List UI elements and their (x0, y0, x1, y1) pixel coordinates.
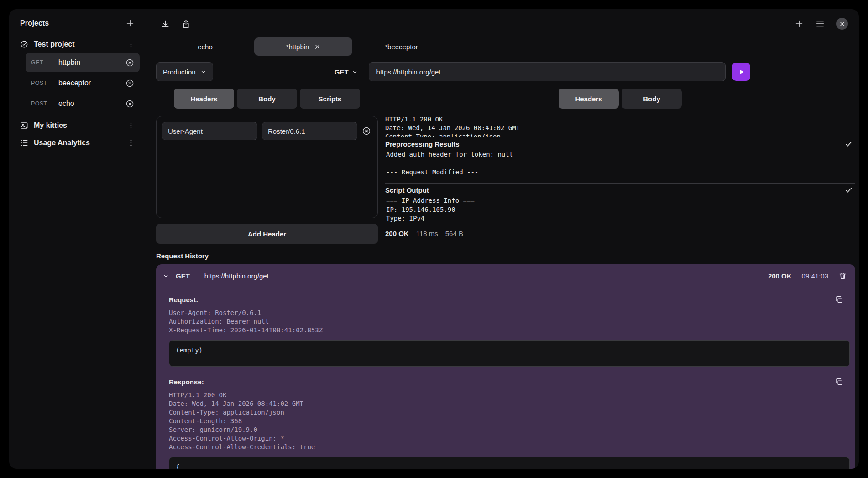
header-value-input[interactable] (262, 122, 357, 140)
window-close-button[interactable] (836, 18, 848, 30)
request-name: beeceptor (58, 79, 91, 87)
sidebar-group-usage-analytics[interactable]: Usage Analytics (16, 134, 140, 152)
project-check-icon (20, 40, 28, 48)
toolbar (146, 15, 855, 33)
hamburger-icon (815, 19, 825, 29)
sidebar-item-beeceptor[interactable]: POST beeceptor (26, 74, 140, 93)
close-request-button[interactable] (125, 58, 134, 67)
group-menu-button[interactable] (127, 40, 135, 48)
history-entry-body: Request: User-Agent: Roster/0.6.1 Author… (156, 287, 855, 469)
play-icon (738, 68, 745, 75)
export-button[interactable] (181, 19, 191, 29)
chevron-down-icon (352, 69, 358, 75)
close-icon (839, 21, 845, 27)
close-request-button[interactable] (125, 100, 134, 108)
close-request-button[interactable] (125, 79, 134, 88)
request-name: echo (58, 100, 74, 108)
preprocessing-header[interactable]: Preprocessing Results (385, 137, 855, 150)
list-icon (20, 139, 28, 147)
copy-icon (835, 295, 843, 304)
circle-x-icon (362, 126, 371, 136)
sidebar-item-httpbin[interactable]: GET httpbin (26, 53, 140, 72)
method-label: GET (335, 68, 349, 76)
tab-request-scripts[interactable]: Scripts (300, 89, 360, 109)
request-method-label: GET (31, 59, 54, 66)
status-code: 200 OK (385, 230, 409, 237)
history-method: GET (176, 272, 190, 280)
import-button[interactable] (161, 19, 170, 29)
sidebar-group-my-kitties[interactable]: My kitties (16, 117, 140, 134)
chevron-down-icon (200, 69, 206, 75)
response-panel: Headers Body HTTP/1.1 200 OK Date: Wed, … (385, 89, 855, 244)
history-time: 09:41:03 (802, 272, 828, 280)
group-menu-button[interactable] (127, 121, 135, 130)
history-entry: GET https://httpbin.org/get 200 OK 09:41… (156, 264, 855, 469)
method-dropdown[interactable]: GET (330, 62, 362, 81)
environment-dropdown[interactable]: Production (156, 62, 213, 81)
sidebar-group-test-project[interactable]: Test project (16, 36, 140, 53)
headers-editor (156, 116, 378, 218)
tab-httpbin[interactable]: *httpbin (254, 37, 352, 56)
kebab-icon (127, 40, 135, 48)
tab-response-headers[interactable]: Headers (559, 89, 619, 109)
new-tab-button[interactable] (794, 19, 804, 29)
script-output-section: Script Output === IP Address Info === IP… (385, 183, 855, 226)
tab-label: *httpbin (286, 43, 309, 51)
tab-echo[interactable]: echo (156, 37, 254, 56)
response-panel-tabs: Headers Body (385, 89, 855, 109)
sidebar-item-echo[interactable]: POST echo (26, 94, 140, 113)
url-input[interactable] (369, 62, 726, 81)
tab-response-body[interactable]: Body (622, 89, 682, 109)
request-label-row: Request: (169, 295, 850, 304)
kebab-icon (127, 121, 135, 130)
menu-button[interactable] (815, 19, 825, 29)
request-name: httpbin (58, 58, 80, 67)
history-response-headers: HTTP/1.1 200 OK Date: Wed, 14 Jan 2026 0… (169, 391, 850, 452)
header-row (162, 122, 372, 140)
share-icon (181, 19, 191, 29)
response-label-row: Response: (169, 378, 850, 386)
group-label: Usage Analytics (34, 139, 90, 147)
tab-request-headers[interactable]: Headers (174, 89, 234, 109)
history-request-headers: User-Agent: Roster/0.6.1 Authorization: … (169, 309, 850, 335)
status-time: 118 ms (416, 230, 438, 237)
response-label: Response: (169, 378, 204, 386)
add-project-button[interactable] (125, 18, 135, 28)
remove-header-button[interactable] (362, 126, 371, 136)
send-button[interactable] (732, 63, 750, 81)
response-headers-preview: HTTP/1.1 200 OK Date: Wed, 14 Jan 2026 0… (385, 115, 855, 137)
environment-label: Production (163, 68, 196, 76)
copy-request-button[interactable] (835, 295, 843, 304)
group-menu-button[interactable] (127, 139, 135, 147)
history-url: https://httpbin.org/get (204, 272, 269, 280)
request-list: GET httpbin POST beeceptor POST (16, 53, 140, 113)
preprocessing-section: Preprocessing Results Added auth header … (385, 137, 855, 183)
request-history: Request History GET https://httpbin.org/… (156, 252, 855, 469)
tab-label: *beeceptor (385, 43, 418, 51)
header-key-input[interactable] (162, 122, 257, 140)
sidebar: Projects Test project GET httpbin (9, 9, 146, 469)
close-icon (314, 44, 320, 50)
app-window: Projects Test project GET httpbin (9, 9, 859, 469)
check-icon (845, 186, 852, 194)
response-status-row: 200 OK 118 ms 564 B (385, 230, 855, 237)
delete-history-button[interactable] (838, 272, 847, 280)
script-output-header[interactable]: Script Output (385, 184, 855, 196)
tab-request-body[interactable]: Body (237, 89, 297, 109)
copy-icon (835, 378, 843, 386)
script-output-title: Script Output (385, 186, 429, 194)
chevron-down-icon[interactable] (162, 273, 169, 279)
kebab-icon (127, 139, 135, 147)
request-method-label: POST (31, 100, 54, 107)
add-header-button[interactable]: Add Header (156, 224, 378, 244)
circle-x-icon (125, 100, 134, 108)
close-tab-button[interactable] (314, 44, 320, 50)
preprocessing-title: Preprocessing Results (385, 140, 460, 148)
request-method-label: POST (31, 80, 54, 86)
request-label: Request: (169, 296, 198, 304)
tab-beeceptor[interactable]: *beeceptor (352, 37, 450, 56)
download-icon (161, 19, 170, 29)
history-entry-header[interactable]: GET https://httpbin.org/get 200 OK 09:41… (156, 264, 855, 287)
check-icon (845, 140, 852, 148)
copy-response-button[interactable] (835, 378, 843, 386)
